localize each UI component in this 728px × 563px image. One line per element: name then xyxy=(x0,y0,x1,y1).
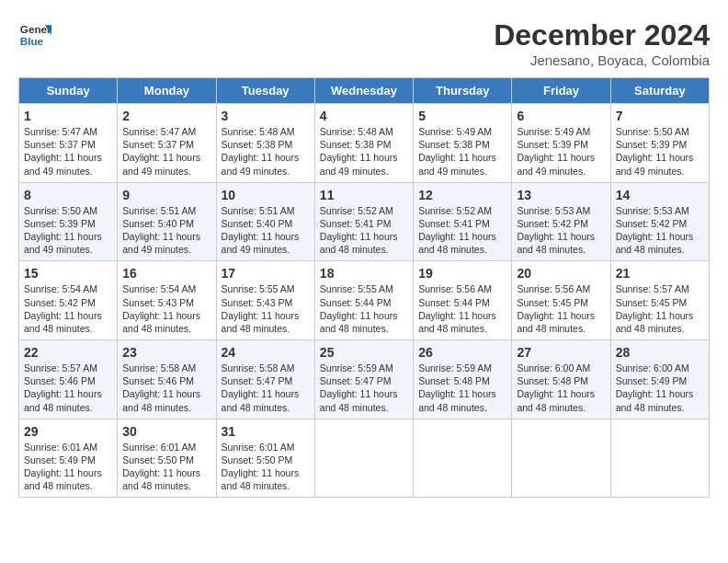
day-number: 3 xyxy=(222,109,310,123)
day-info: Sunrise: 5:51 AM Sunset: 5:40 PM Dayligh… xyxy=(222,204,310,257)
empty-cell xyxy=(610,419,709,498)
logo-icon: General Blue xyxy=(18,18,51,52)
day-number: 29 xyxy=(24,424,112,439)
day-number: 8 xyxy=(24,188,112,202)
day-number: 28 xyxy=(616,345,704,360)
day-info: Sunrise: 5:55 AM Sunset: 5:43 PM Dayligh… xyxy=(222,282,310,335)
day-number: 23 xyxy=(122,345,210,360)
month-title: December 2024 xyxy=(494,18,710,52)
day-number: 7 xyxy=(616,109,704,123)
header-row: Sunday Monday Tuesday Wednesday Thursday… xyxy=(19,78,710,104)
table-row: 22 Sunrise: 5:57 AM Sunset: 5:46 PM Dayl… xyxy=(19,340,118,419)
day-number: 19 xyxy=(418,266,506,281)
col-friday: Friday xyxy=(512,78,610,104)
logo: General Blue xyxy=(18,18,51,52)
table-row: 18 Sunrise: 5:55 AM Sunset: 5:44 PM Dayl… xyxy=(314,261,413,340)
day-number: 30 xyxy=(122,424,210,439)
day-info: Sunrise: 5:55 AM Sunset: 5:44 PM Dayligh… xyxy=(320,282,408,335)
table-row: 29 Sunrise: 6:01 AM Sunset: 5:49 PM Dayl… xyxy=(19,419,118,498)
day-number: 21 xyxy=(616,266,704,281)
calendar-week-row: 8 Sunrise: 5:50 AM Sunset: 5:39 PM Dayli… xyxy=(19,182,710,261)
day-number: 14 xyxy=(616,188,704,202)
col-tuesday: Tuesday xyxy=(216,78,314,104)
day-info: Sunrise: 5:47 AM Sunset: 5:37 PM Dayligh… xyxy=(122,125,210,178)
table-row: 31 Sunrise: 6:01 AM Sunset: 5:50 PM Dayl… xyxy=(216,419,314,498)
calendar-table: Sunday Monday Tuesday Wednesday Thursday… xyxy=(18,77,710,498)
day-number: 6 xyxy=(517,109,605,123)
day-info: Sunrise: 6:01 AM Sunset: 5:50 PM Dayligh… xyxy=(122,441,210,493)
day-info: Sunrise: 5:51 AM Sunset: 5:40 PM Dayligh… xyxy=(122,204,210,257)
table-row: 19 Sunrise: 5:56 AM Sunset: 5:44 PM Dayl… xyxy=(414,261,512,340)
day-info: Sunrise: 5:57 AM Sunset: 5:45 PM Dayligh… xyxy=(616,282,704,335)
day-info: Sunrise: 5:54 AM Sunset: 5:42 PM Dayligh… xyxy=(24,282,112,335)
table-row: 5 Sunrise: 5:49 AM Sunset: 5:38 PM Dayli… xyxy=(414,104,512,183)
day-number: 22 xyxy=(24,345,112,360)
table-row: 30 Sunrise: 6:01 AM Sunset: 5:50 PM Dayl… xyxy=(118,419,216,498)
day-number: 4 xyxy=(320,109,408,123)
table-row: 24 Sunrise: 5:58 AM Sunset: 5:47 PM Dayl… xyxy=(216,340,314,419)
col-monday: Monday xyxy=(118,78,216,104)
table-row: 11 Sunrise: 5:52 AM Sunset: 5:41 PM Dayl… xyxy=(314,182,413,261)
day-info: Sunrise: 5:52 AM Sunset: 5:41 PM Dayligh… xyxy=(320,204,408,257)
day-number: 13 xyxy=(517,188,605,202)
day-info: Sunrise: 5:49 AM Sunset: 5:38 PM Dayligh… xyxy=(418,125,506,178)
day-info: Sunrise: 5:59 AM Sunset: 5:47 PM Dayligh… xyxy=(320,362,408,414)
svg-text:Blue: Blue xyxy=(20,35,44,47)
day-number: 25 xyxy=(320,345,408,360)
calendar-week-row: 1 Sunrise: 5:47 AM Sunset: 5:37 PM Dayli… xyxy=(19,104,710,183)
table-row: 14 Sunrise: 5:53 AM Sunset: 5:42 PM Dayl… xyxy=(610,182,709,261)
day-info: Sunrise: 5:56 AM Sunset: 5:44 PM Dayligh… xyxy=(418,282,506,335)
table-row: 27 Sunrise: 6:00 AM Sunset: 5:48 PM Dayl… xyxy=(512,340,610,419)
calendar-week-row: 29 Sunrise: 6:01 AM Sunset: 5:49 PM Dayl… xyxy=(19,419,710,498)
day-info: Sunrise: 5:57 AM Sunset: 5:46 PM Dayligh… xyxy=(24,362,112,414)
day-info: Sunrise: 5:50 AM Sunset: 5:39 PM Dayligh… xyxy=(24,204,112,257)
day-number: 26 xyxy=(418,345,506,360)
day-number: 10 xyxy=(222,188,310,202)
day-info: Sunrise: 5:58 AM Sunset: 5:46 PM Dayligh… xyxy=(122,362,210,414)
day-info: Sunrise: 5:50 AM Sunset: 5:39 PM Dayligh… xyxy=(616,125,704,178)
table-row: 28 Sunrise: 6:00 AM Sunset: 5:49 PM Dayl… xyxy=(610,340,709,419)
day-info: Sunrise: 6:00 AM Sunset: 5:49 PM Dayligh… xyxy=(616,362,704,414)
col-saturday: Saturday xyxy=(610,78,709,104)
table-row: 25 Sunrise: 5:59 AM Sunset: 5:47 PM Dayl… xyxy=(314,340,413,419)
day-info: Sunrise: 5:56 AM Sunset: 5:45 PM Dayligh… xyxy=(517,282,605,335)
day-number: 18 xyxy=(320,266,408,281)
day-info: Sunrise: 5:48 AM Sunset: 5:38 PM Dayligh… xyxy=(320,125,408,178)
table-row: 8 Sunrise: 5:50 AM Sunset: 5:39 PM Dayli… xyxy=(19,182,118,261)
day-number: 31 xyxy=(222,424,310,439)
day-number: 15 xyxy=(24,266,112,281)
table-row: 1 Sunrise: 5:47 AM Sunset: 5:37 PM Dayli… xyxy=(19,104,118,183)
location-subtitle: Jenesano, Boyaca, Colombia xyxy=(494,52,710,68)
day-info: Sunrise: 5:53 AM Sunset: 5:42 PM Dayligh… xyxy=(517,204,605,257)
title-area: December 2024 Jenesano, Boyaca, Colombia xyxy=(494,18,710,68)
table-row: 15 Sunrise: 5:54 AM Sunset: 5:42 PM Dayl… xyxy=(19,261,118,340)
page-header: General Blue December 2024 Jenesano, Boy… xyxy=(18,18,710,68)
day-number: 27 xyxy=(517,345,605,360)
table-row: 23 Sunrise: 5:58 AM Sunset: 5:46 PM Dayl… xyxy=(118,340,216,419)
day-number: 9 xyxy=(122,188,210,202)
table-row: 6 Sunrise: 5:49 AM Sunset: 5:39 PM Dayli… xyxy=(512,104,610,183)
day-info: Sunrise: 5:49 AM Sunset: 5:39 PM Dayligh… xyxy=(517,125,605,178)
table-row: 10 Sunrise: 5:51 AM Sunset: 5:40 PM Dayl… xyxy=(216,182,314,261)
table-row: 17 Sunrise: 5:55 AM Sunset: 5:43 PM Dayl… xyxy=(216,261,314,340)
table-row: 12 Sunrise: 5:52 AM Sunset: 5:41 PM Dayl… xyxy=(414,182,512,261)
table-row: 3 Sunrise: 5:48 AM Sunset: 5:38 PM Dayli… xyxy=(216,104,314,183)
table-row: 4 Sunrise: 5:48 AM Sunset: 5:38 PM Dayli… xyxy=(314,104,413,183)
day-number: 1 xyxy=(24,109,112,123)
day-info: Sunrise: 5:58 AM Sunset: 5:47 PM Dayligh… xyxy=(222,362,310,414)
table-row: 26 Sunrise: 5:59 AM Sunset: 5:48 PM Dayl… xyxy=(414,340,512,419)
day-info: Sunrise: 5:59 AM Sunset: 5:48 PM Dayligh… xyxy=(418,362,506,414)
col-thursday: Thursday xyxy=(414,78,512,104)
table-row: 9 Sunrise: 5:51 AM Sunset: 5:40 PM Dayli… xyxy=(118,182,216,261)
day-number: 20 xyxy=(517,266,605,281)
empty-cell xyxy=(414,419,512,498)
table-row: 16 Sunrise: 5:54 AM Sunset: 5:43 PM Dayl… xyxy=(118,261,216,340)
empty-cell xyxy=(314,419,413,498)
table-row: 13 Sunrise: 5:53 AM Sunset: 5:42 PM Dayl… xyxy=(512,182,610,261)
calendar-week-row: 22 Sunrise: 5:57 AM Sunset: 5:46 PM Dayl… xyxy=(19,340,710,419)
day-info: Sunrise: 5:52 AM Sunset: 5:41 PM Dayligh… xyxy=(418,204,506,257)
day-number: 16 xyxy=(122,266,210,281)
col-wednesday: Wednesday xyxy=(314,78,413,104)
day-number: 12 xyxy=(418,188,506,202)
day-number: 5 xyxy=(418,109,506,123)
